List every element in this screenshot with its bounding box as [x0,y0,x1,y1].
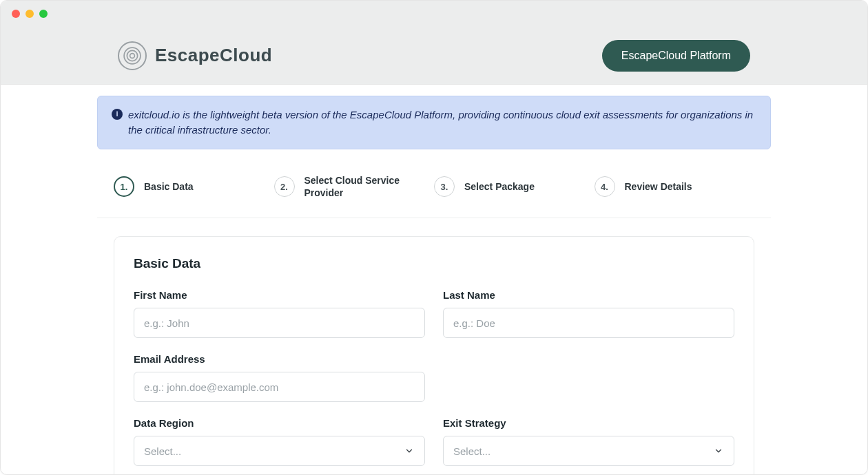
wizard-steps: 1. Basic Data 2. Select Cloud Service Pr… [97,149,771,219]
browser-window: EscapeCloud EscapeCloud Platform i exitc… [0,0,868,475]
empty-cell [443,353,734,402]
svg-point-1 [127,50,137,61]
first-name-field-wrap: First Name [134,289,425,338]
email-label: Email Address [134,353,425,365]
step-label: Review Details [625,180,692,193]
chevron-down-icon [713,445,724,456]
site-header: EscapeCloud EscapeCloud Platform [1,27,867,85]
step-select-cloud-provider[interactable]: 2. Select Cloud Service Provider [274,174,435,200]
last-name-field-wrap: Last Name [443,289,734,338]
first-name-label: First Name [134,289,425,301]
window-close-button[interactable] [12,10,20,18]
last-name-label: Last Name [443,289,734,301]
chevron-down-icon [404,445,415,456]
step-label: Select Package [464,180,535,193]
window-controls [12,10,48,18]
step-basic-data[interactable]: 1. Basic Data [114,176,274,197]
platform-button[interactable]: EscapeCloud Platform [602,40,750,72]
page-content: i exitcloud.io is the lightweight beta v… [1,85,867,475]
data-region-field-wrap: Data Region Select... [134,417,425,466]
email-field[interactable] [134,372,425,402]
info-banner: i exitcloud.io is the lightweight beta v… [97,96,771,149]
data-region-select[interactable]: Select... [134,436,425,466]
step-label: Basic Data [144,180,194,193]
email-field-wrap: Email Address [134,353,425,402]
step-label: Select Cloud Service Provider [304,174,415,200]
step-number: 2. [274,176,295,197]
last-name-field[interactable] [443,308,734,338]
basic-data-card: Basic Data First Name Last Name Email Ad… [114,236,754,475]
svg-point-2 [130,53,135,58]
info-icon: i [112,109,123,120]
data-region-value: Select... [144,445,181,457]
exit-strategy-field-wrap: Exit Strategy Select... [443,417,734,466]
first-name-field[interactable] [134,308,425,338]
step-select-package[interactable]: 3. Select Package [434,176,595,197]
card-title: Basic Data [134,256,734,271]
info-banner-text: exitcloud.io is the lightweight beta ver… [128,107,756,138]
step-number: 1. [114,176,134,197]
brand-logo[interactable]: EscapeCloud [118,41,272,70]
window-zoom-button[interactable] [39,10,48,18]
exit-strategy-select[interactable]: Select... [443,436,734,466]
window-minimize-button[interactable] [25,10,34,18]
form-grid: First Name Last Name Email Address [134,289,734,466]
step-number: 4. [595,176,615,197]
step-number: 3. [434,176,455,197]
maze-icon [118,41,147,70]
step-review-details[interactable]: 4. Review Details [595,176,755,197]
window-titlebar [1,1,867,27]
brand-name: EscapeCloud [155,45,272,66]
data-region-label: Data Region [134,417,425,429]
exit-strategy-label: Exit Strategy [443,417,734,429]
exit-strategy-value: Select... [453,445,490,457]
